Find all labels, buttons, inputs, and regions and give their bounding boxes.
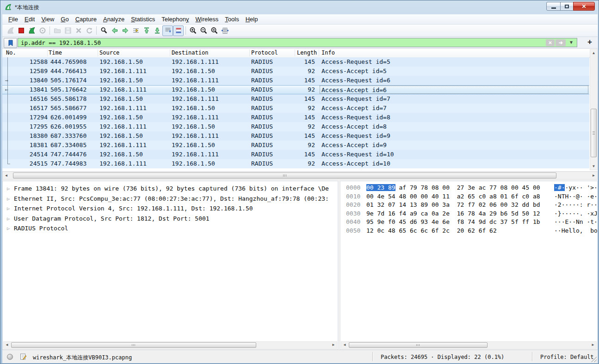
ascii-column[interactable]: ·2·····: r····2·· [554,201,598,210]
menu-go[interactable]: Go [57,15,72,24]
packet-row[interactable]: 18380687.333760192.168.1.50192.168.1.111… [2,131,589,141]
detail-tree-row[interactable]: ▷RADIUS Protocol [3,223,338,234]
packet-list-horizontal-scrollbar[interactable]: ◄ ► [2,172,598,179]
column-header-info[interactable]: Info [321,49,335,56]
column-header-length[interactable]: Length [297,49,317,56]
start-capture-icon[interactable] [5,25,16,36]
detail-tree-row[interactable]: ▷Frame 13841: 92 bytes on wire (736 bits… [3,184,338,194]
stop-capture-icon[interactable] [16,25,26,36]
close-button[interactable]: ✕ [573,2,595,11]
window-resize-grip[interactable] [591,357,597,362]
hex-row[interactable]: 000000 23 89 af 79 78 08 00 27 3e ac 77 … [340,184,597,192]
horizontal-scroll-thumb[interactable] [11,342,256,348]
minimize-button[interactable] [546,2,561,11]
packet-row[interactable]: 24514747.744476192.168.1.50192.168.1.111… [2,150,589,159]
open-file-icon[interactable] [52,25,62,36]
save-file-icon[interactable] [62,25,73,36]
hex-bytes[interactable]: 00 23 89 af 79 78 08 00 27 3e ac 77 08 0… [366,184,540,192]
packet-row[interactable]: 12588444.765908192.168.1.50192.168.1.111… [2,57,589,67]
filter-add-button[interactable]: + [587,37,592,47]
hex-bytes[interactable]: 9e 7d 16 f4 a9 ca 0a 2e 16 78 4a 29 b6 5… [366,210,540,218]
zoom-reset-icon[interactable] [209,25,220,36]
scroll-down-icon[interactable]: ▼ [590,163,597,170]
menu-tools[interactable]: Tools [222,15,242,24]
find-packet-icon[interactable] [99,25,109,36]
menu-statistics[interactable]: Statistics [128,15,158,24]
menu-telephony[interactable]: Telephony [158,15,192,24]
expand-arrow-icon[interactable]: ▷ [7,223,10,234]
detail-tree-row[interactable]: ▷Ethernet II, Src: PcsCompu_3e:ac:77 (08… [3,194,338,204]
menu-edit[interactable]: Edit [21,15,38,24]
hex-row[interactable]: 00309e 7d 16 f4 a9 ca 0a 2e 16 78 4a 29 … [340,210,597,218]
scroll-up-icon[interactable]: ▲ [590,49,597,56]
hex-bytes[interactable]: 12 0c 48 65 6c 6c 6f 2c 20 62 6f 62 [366,227,497,235]
hex-row[interactable]: 005012 0c 48 65 6c 6c 6f 2c 20 62 6f 62·… [340,227,597,235]
menu-view[interactable]: View [38,15,57,24]
packet-list-header[interactable]: No. Time Source Destination Protocol Len… [2,49,598,58]
packet-row[interactable]: 12589444.766413192.168.1.111192.168.1.50… [2,67,589,76]
packet-row[interactable]: ←13841505.176642192.168.1.111192.168.1.5… [2,85,589,94]
details-horizontal-scrollbar[interactable]: ◄ ► [3,341,337,349]
expand-arrow-icon[interactable]: ▷ [7,194,10,204]
hex-selected-bytes[interactable]: 00 23 89 [366,184,395,191]
go-back-icon[interactable] [109,25,120,36]
horizontal-scroll-thumb[interactable] [13,173,556,179]
maximize-button[interactable] [560,2,574,11]
filter-apply-icon[interactable]: ➜ [556,39,566,46]
menu-capture[interactable]: Capture [72,15,100,24]
hex-bytes[interactable]: 00 4e 54 48 00 00 40 11 a2 65 c0 a8 01 6… [366,192,540,201]
close-file-icon[interactable] [73,25,84,36]
filter-bookmark-button[interactable] [4,38,17,48]
zoom-in-icon[interactable] [188,25,198,36]
colorize-toggle-icon[interactable] [173,25,184,36]
scroll-right-icon[interactable]: ► [330,342,337,348]
filter-clear-icon[interactable]: ✕ [546,39,555,46]
column-header-no[interactable]: No. [6,49,16,56]
packet-row[interactable]: 24515747.744983192.168.1.111192.168.1.50… [2,159,589,168]
restart-capture-icon[interactable] [26,25,37,36]
menu-analyze[interactable]: Analyze [100,15,128,24]
expert-info-icon[interactable] [7,354,13,360]
horizontal-scroll-thumb[interactable] [349,342,488,348]
capture-options-icon[interactable] [37,25,48,36]
ascii-column[interactable]: ··Hello, bob [554,227,598,235]
hex-row[interactable]: 002001 32 07 14 13 89 00 3a 72 f7 02 06 … [340,201,597,210]
hex-row[interactable]: 004095 9e f0 45 d6 93 4e 6e f8 74 9d dc … [340,218,597,227]
scroll-left-icon[interactable]: ◄ [3,172,10,179]
capture-comment-icon[interactable] [20,353,27,360]
packet-list-vertical-scrollbar[interactable]: ▲ ▼ [590,49,598,170]
packet-row[interactable]: 17295626.001955192.168.1.111192.168.1.50… [2,122,589,131]
ascii-column[interactable]: ···E··Nn ·t··7_·· [554,218,598,227]
resize-columns-icon[interactable] [220,25,230,36]
filter-dropdown-caret-icon[interactable]: ▼ [569,40,574,45]
ascii-column[interactable]: ·NTH··@· ·e···o·· [554,192,598,201]
ascii-selected-chars[interactable]: ·#· [554,184,565,191]
scroll-left-icon[interactable]: ◄ [341,342,348,348]
ascii-column[interactable]: ·#··yx·· '>·w··E· [554,184,598,192]
hex-row[interactable]: 001000 4e 54 48 00 00 40 11 a2 65 c0 a8 … [340,192,597,201]
packet-row[interactable]: 18381687.334085192.168.1.111192.168.1.50… [2,141,589,150]
hex-bytes[interactable]: 95 9e f0 45 d6 93 4e 6e f8 74 9d dc 37 5… [366,218,540,227]
menu-wireless[interactable]: Wireless [192,15,222,24]
scroll-left-icon[interactable]: ◄ [4,342,10,348]
zoom-out-icon[interactable] [198,25,209,36]
packet-row[interactable]: 16516565.586178192.168.1.50192.168.1.111… [2,94,589,104]
go-to-packet-icon[interactable] [130,25,141,36]
column-header-protocol[interactable]: Protocol [251,49,278,56]
column-header-source[interactable]: Source [99,49,119,56]
profile-status[interactable]: Profile: Default [540,354,594,360]
hex-bytes[interactable]: 01 32 07 14 13 89 00 3a 72 f7 02 06 00 3… [366,201,540,210]
go-last-icon[interactable] [152,25,162,36]
go-forward-icon[interactable] [120,25,130,36]
ascii-column[interactable]: ·}·····. ·xJ)·]P· [554,210,598,218]
packet-row[interactable]: 17294626.001499192.168.1.50192.168.1.111… [2,113,589,122]
menu-file[interactable]: File [5,15,21,24]
menu-help[interactable]: Help [242,15,261,24]
auto-scroll-toggle-icon[interactable] [162,25,173,36]
vertical-scroll-thumb[interactable] [591,109,597,157]
column-header-destination[interactable]: Destination [172,49,208,56]
expand-arrow-icon[interactable]: ▷ [7,184,10,194]
packet-row[interactable]: →13840505.176174192.168.1.50192.168.1.11… [2,76,589,85]
scroll-right-icon[interactable]: ► [590,342,596,348]
detail-tree-row[interactable]: ▷Internet Protocol Version 4, Src: 192.1… [3,204,338,214]
